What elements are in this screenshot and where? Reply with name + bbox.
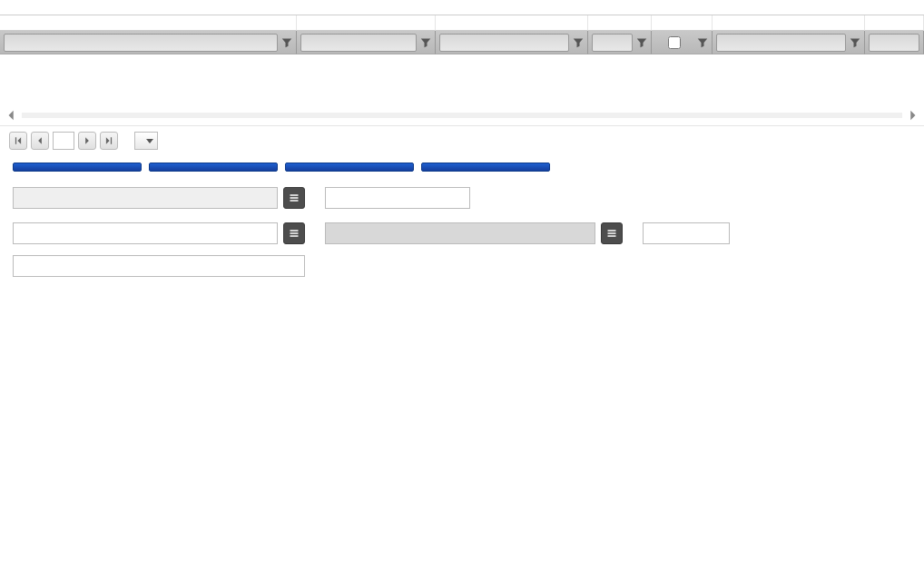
zmocnenec-input	[325, 222, 595, 244]
funnel-icon[interactable]	[697, 37, 708, 48]
filter-podepisuje-checkbox[interactable]	[668, 36, 681, 49]
save-button[interactable]	[285, 163, 414, 172]
funnel-icon[interactable]	[281, 37, 292, 48]
poradi-input[interactable]	[325, 187, 470, 209]
section-title	[0, 0, 924, 15]
col-datum-nar[interactable]	[588, 15, 652, 31]
filter-poradi[interactable]	[869, 34, 919, 52]
pager-last-btn[interactable]	[100, 132, 118, 150]
horizontal-scrollbar	[0, 109, 924, 125]
funnel-icon[interactable]	[636, 37, 647, 48]
zmocnenec-picker-button[interactable]	[601, 222, 623, 244]
funnel-icon[interactable]	[850, 37, 860, 48]
pager-first-btn[interactable]	[9, 132, 27, 150]
svg-rect-3	[290, 230, 299, 232]
scroll-track[interactable]	[22, 113, 902, 118]
col-jmeno-nereg[interactable]	[436, 15, 588, 31]
filter-signatar[interactable]	[300, 34, 417, 52]
funnel-icon[interactable]	[573, 37, 584, 48]
filter-zmocnenec[interactable]	[716, 34, 846, 52]
filter-uloha[interactable]	[4, 34, 278, 52]
svg-rect-6	[608, 230, 616, 232]
uloha-picker-button[interactable]	[283, 187, 305, 209]
svg-rect-5	[290, 235, 299, 237]
pager-next-btn[interactable]	[78, 132, 96, 150]
action-bar	[0, 155, 924, 179]
signatar-picker-button[interactable]	[283, 222, 305, 244]
svg-rect-7	[608, 232, 616, 234]
col-uloha[interactable]	[0, 15, 297, 31]
signatar-input[interactable]	[13, 222, 278, 244]
col-zmocnenec[interactable]	[713, 15, 865, 31]
uloha-input	[13, 187, 278, 209]
signatar-extra-input[interactable]	[13, 255, 305, 277]
svg-rect-1	[290, 197, 299, 199]
new-record-button[interactable]	[13, 163, 142, 172]
svg-rect-4	[290, 232, 299, 234]
pager-page-input[interactable]	[53, 132, 74, 150]
funnel-icon[interactable]	[420, 37, 431, 48]
signatories-grid	[0, 15, 924, 54]
pager	[0, 125, 924, 155]
filter-jmeno-nereg[interactable]	[439, 34, 569, 52]
svg-rect-2	[290, 200, 299, 202]
scroll-left-icon[interactable]	[5, 109, 18, 122]
platnost-input[interactable]	[643, 222, 730, 244]
col-signatar[interactable]	[297, 15, 436, 31]
detail-form	[0, 179, 924, 302]
svg-rect-0	[290, 194, 299, 196]
filter-datum-nar[interactable]	[592, 34, 633, 52]
col-poradi[interactable]	[865, 15, 924, 31]
scroll-right-icon[interactable]	[906, 109, 919, 122]
cancel-button[interactable]	[421, 163, 550, 172]
pager-prev-btn[interactable]	[31, 132, 49, 150]
delete-record-button[interactable]	[149, 163, 278, 172]
svg-rect-8	[608, 235, 616, 237]
col-podepisuje[interactable]	[652, 15, 713, 31]
per-page-select[interactable]	[134, 132, 158, 150]
